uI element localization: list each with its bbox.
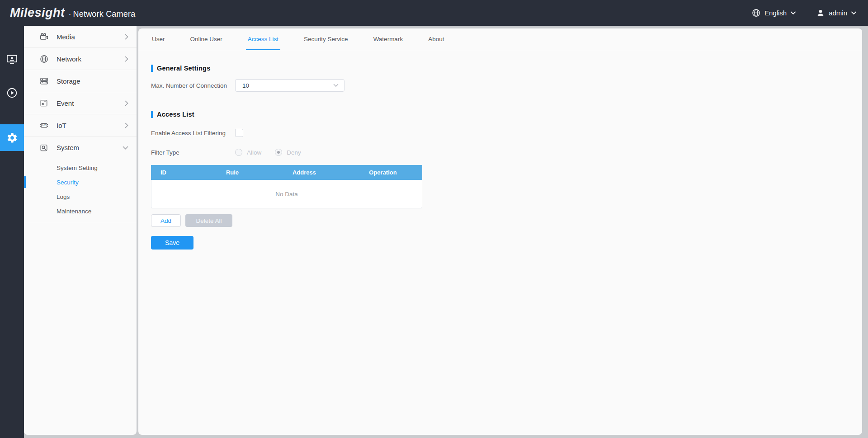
radio-circle-checked-icon [275, 149, 282, 156]
add-button[interactable]: Add [151, 214, 181, 227]
sub-item-label: System Setting [57, 165, 98, 171]
event-icon [39, 99, 48, 108]
column-header-rule: Rule [200, 169, 265, 176]
sidebar-item-label: Network [57, 55, 125, 63]
enable-filtering-row: Enable Access List Filtering [151, 129, 849, 137]
select-value: 10 [242, 82, 249, 89]
tab-user[interactable]: User [150, 28, 167, 50]
topbar: Milesight · Network Camera English admin [0, 0, 868, 26]
sidebar-item-label: IoT [57, 122, 125, 129]
enable-filtering-label: Enable Access List Filtering [151, 130, 235, 137]
sub-item-label: Logs [57, 193, 70, 200]
max-connection-row: Max. Number of Connection 10 [151, 79, 849, 92]
max-connection-select[interactable]: 10 [235, 79, 344, 92]
filter-type-row: Filter Type Allow Deny [151, 149, 849, 156]
globe-icon [752, 9, 760, 17]
brand-separator: · [69, 9, 71, 19]
storage-icon [39, 76, 48, 85]
access-list-section-title: Access List [151, 110, 849, 119]
sidebar-item-event[interactable]: Event [24, 92, 137, 114]
tab-bar: User Online User Access List Security Se… [138, 28, 862, 50]
vertical-scrollbar[interactable] [862, 26, 868, 438]
product-title: Network Camera [73, 9, 136, 19]
live-view-icon [6, 53, 18, 66]
tab-label: Watermark [373, 36, 403, 42]
max-connection-label: Max. Number of Connection [151, 82, 235, 89]
chevron-right-icon [125, 100, 128, 106]
chevron-down-icon [333, 84, 339, 87]
sidebar-item-storage[interactable]: Storage [24, 70, 137, 92]
no-data-text: No Data [275, 191, 298, 198]
tab-label: Access List [248, 36, 278, 42]
tab-about[interactable]: About [426, 28, 446, 50]
iot-chip-icon: IoT [39, 121, 48, 130]
tab-security-service[interactable]: Security Service [302, 28, 350, 50]
delete-all-button[interactable]: Delete All [185, 214, 232, 227]
playback-icon [6, 87, 18, 99]
tab-label: Security Service [304, 36, 348, 42]
section-accent-bar [151, 65, 153, 72]
settings-button[interactable] [0, 124, 24, 151]
access-list-table: ID Rule Address Operation No Data [151, 165, 422, 208]
sidebar-item-maintenance[interactable]: Maintenance [24, 204, 137, 218]
tab-label: Online User [190, 36, 222, 42]
general-settings-section-title: General Settings [151, 64, 849, 73]
sidebar-item-security[interactable]: Security [24, 175, 137, 189]
save-button[interactable]: Save [151, 236, 193, 250]
sidebar-item-system[interactable]: System [24, 137, 137, 159]
enable-filtering-checkbox[interactable] [235, 129, 243, 137]
column-header-id: ID [151, 169, 200, 176]
user-menu[interactable]: admin [816, 9, 856, 17]
radio-label: Deny [287, 149, 301, 156]
username-label: admin [829, 9, 847, 17]
left-icon-rail [0, 26, 24, 438]
sidebar-item-system-setting[interactable]: System Setting [24, 160, 137, 175]
table-header-row: ID Rule Address Operation [151, 165, 422, 180]
brand-logo: Milesight · Network Camera [10, 6, 135, 20]
sidebar-item-logs[interactable]: Logs [24, 189, 137, 204]
person-icon [816, 9, 825, 17]
language-menu[interactable]: English [752, 9, 796, 17]
sidebar-item-label: Event [57, 99, 125, 107]
column-header-operation: Operation [344, 169, 422, 176]
radio-deny[interactable]: Deny [275, 149, 301, 156]
tab-watermark[interactable]: Watermark [372, 28, 405, 50]
brand-name: Milesight [10, 6, 65, 20]
sidebar-item-media[interactable]: Media [24, 26, 137, 48]
column-header-address: Address [265, 169, 344, 176]
sidebar-item-label: System [57, 144, 123, 151]
media-camera-icon [39, 32, 48, 41]
section-title-text: Access List [157, 111, 194, 118]
sidebar-item-iot[interactable]: IoT IoT [24, 114, 137, 137]
table-empty-body: No Data [151, 180, 422, 208]
network-globe-icon [39, 54, 48, 63]
chevron-down-icon [791, 11, 796, 15]
live-view-button[interactable] [0, 47, 24, 72]
section-title-text: General Settings [157, 65, 210, 72]
chevron-right-icon [125, 122, 128, 128]
sub-item-label: Security [57, 179, 79, 186]
playback-button[interactable] [0, 80, 24, 105]
language-label: English [764, 9, 787, 17]
radio-circle-icon [235, 149, 242, 156]
chevron-down-icon [123, 146, 128, 150]
chevron-right-icon [125, 56, 128, 62]
tab-label: About [428, 36, 444, 42]
tab-online-user[interactable]: Online User [189, 28, 224, 50]
radio-allow[interactable]: Allow [235, 149, 261, 156]
chevron-right-icon [125, 34, 128, 40]
main-content: User Online User Access List Security Se… [138, 28, 862, 435]
system-tools-icon [39, 143, 48, 152]
sidebar-item-network[interactable]: Network [24, 48, 137, 70]
sidebar-item-label: Media [57, 33, 125, 41]
settings-gear-icon [6, 132, 18, 144]
sidebar-item-label: Storage [57, 77, 128, 85]
chevron-down-icon [851, 11, 856, 15]
section-accent-bar [151, 111, 153, 118]
system-submenu: System Setting Security Logs Maintenance [24, 159, 137, 223]
svg-text:IoT: IoT [42, 124, 46, 127]
sub-item-label: Maintenance [57, 208, 91, 215]
horizontal-scrollbar[interactable] [24, 435, 868, 438]
sidebar-nav: Media Network [24, 26, 137, 435]
tab-access-list[interactable]: Access List [246, 28, 280, 50]
